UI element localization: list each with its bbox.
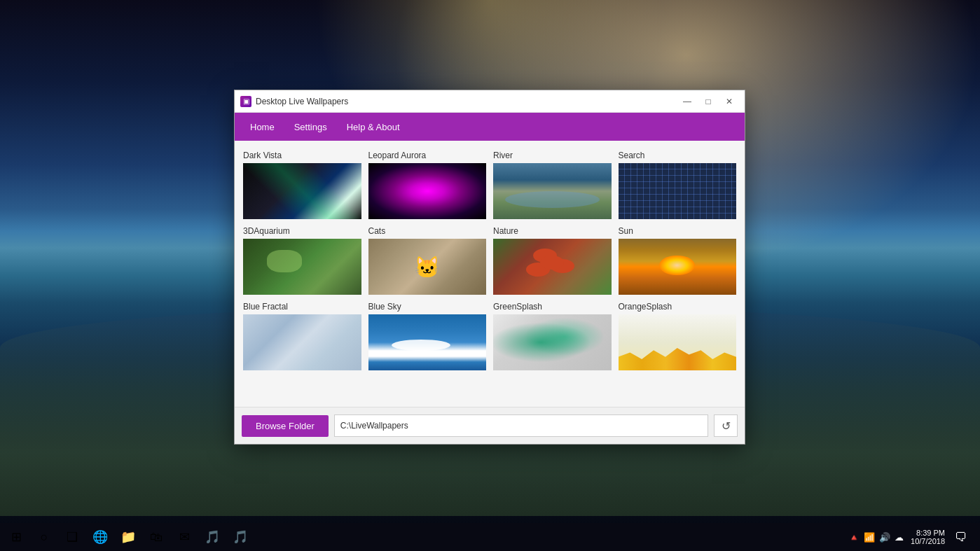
wallpaper-label-blue-sky: Blue Sky xyxy=(368,302,487,312)
wallpaper-grid: Dark VistaLeopard AuroraRiverSearch3DAqu… xyxy=(242,148,738,373)
systray: 🔺 📶 🔊 ☁ xyxy=(844,532,908,543)
wallpaper-item-blue-fractal[interactable]: Blue Fractal xyxy=(243,302,361,370)
menu-item-help[interactable]: Help & About xyxy=(337,116,410,138)
clock-date: 10/7/2018 xyxy=(911,537,945,545)
taskbar-clock[interactable]: 8:39 PM 10/7/2018 xyxy=(911,529,945,545)
wallpaper-item-dark-vista[interactable]: Dark Vista xyxy=(243,151,361,219)
wallpaper-label-blue-fractal: Blue Fractal xyxy=(243,302,361,312)
close-button[interactable]: ✕ xyxy=(719,95,739,109)
wallpaper-item-blue-sky[interactable]: Blue Sky xyxy=(368,302,487,370)
task-view-icon: ❑ xyxy=(67,529,78,545)
menu-item-home[interactable]: Home xyxy=(240,116,284,138)
notification-bell: 🗨 xyxy=(955,530,967,545)
wallpaper-item-greensplash[interactable]: GreenSplash xyxy=(493,302,612,370)
title-bar: ▣ Desktop Live Wallpapers — □ ✕ xyxy=(235,90,745,113)
search-icon: ○ xyxy=(41,530,48,545)
taskbar-left: ⊞ ○ ❑ 🌐 📁 🛍 ✉ 🎵 🎵 xyxy=(0,523,256,551)
clock-time: 8:39 PM xyxy=(916,529,945,537)
taskbar-store-icon[interactable]: 🛍 xyxy=(143,523,170,551)
wallpaper-label-search: Search xyxy=(619,151,737,160)
start-button[interactable]: ⊞ xyxy=(3,523,29,551)
wallpaper-thumb-leopard-aurora xyxy=(368,163,487,219)
notification-icon[interactable]: 🗨 xyxy=(948,523,974,551)
folder-path-input[interactable] xyxy=(334,414,708,437)
wallpaper-label-orangesplash: OrangeSplash xyxy=(619,302,737,312)
maximize-button[interactable]: □ xyxy=(698,95,718,109)
systray-cloud-icon: ☁ xyxy=(895,532,904,543)
taskbar: ⊞ ○ ❑ 🌐 📁 🛍 ✉ 🎵 🎵 🔺 📶 🔊 ☁ 8:39 PM 10/7/2… xyxy=(0,523,980,551)
refresh-button[interactable]: ↺ xyxy=(714,414,738,437)
wallpaper-thumb-greensplash xyxy=(493,314,612,370)
content-area: Dark VistaLeopard AuroraRiverSearch3DAqu… xyxy=(235,141,745,407)
wallpaper-label-dark-vista: Dark Vista xyxy=(243,151,361,160)
wallpaper-label-leopard-aurora: Leopard Aurora xyxy=(368,151,487,160)
wallpaper-label-river: River xyxy=(493,151,612,160)
wallpaper-label-greensplash: GreenSplash xyxy=(493,302,612,312)
taskbar-itunes-icon[interactable]: 🎵 xyxy=(227,523,254,551)
wallpaper-thumb-search xyxy=(619,163,737,219)
wallpaper-item-river[interactable]: River xyxy=(493,151,612,219)
taskbar-mail-icon[interactable]: ✉ xyxy=(171,523,198,551)
wallpaper-grid-container[interactable]: Dark VistaLeopard AuroraRiverSearch3DAqu… xyxy=(242,148,738,400)
wallpaper-item-cats[interactable]: Cats xyxy=(368,226,487,295)
minimize-button[interactable]: — xyxy=(677,95,697,109)
taskbar-explorer-icon[interactable]: 📁 xyxy=(115,523,142,551)
taskbar-groove-icon[interactable]: 🎵 xyxy=(199,523,226,551)
wallpaper-thumb-blue-sky xyxy=(368,314,487,370)
wallpaper-thumb-river xyxy=(493,163,612,219)
systray-network-icon: 📶 xyxy=(864,532,875,543)
systray-volume-icon: 🔊 xyxy=(879,532,890,543)
systray-arrow[interactable]: 🔺 xyxy=(848,532,860,543)
window-controls: — □ ✕ xyxy=(677,95,739,109)
wallpaper-thumb-nature xyxy=(493,239,612,295)
wallpaper-item-search[interactable]: Search xyxy=(619,151,737,219)
wallpaper-label-sun: Sun xyxy=(619,226,737,236)
wallpaper-item-orangesplash[interactable]: OrangeSplash xyxy=(619,302,737,370)
wallpaper-thumb-dark-vista xyxy=(243,163,361,219)
wallpaper-item-3daquarium[interactable]: 3DAquarium xyxy=(243,226,361,295)
wallpaper-thumb-blue-fractal xyxy=(243,314,361,370)
wallpaper-item-nature[interactable]: Nature xyxy=(493,226,612,295)
taskbar-chrome-icon[interactable]: 🌐 xyxy=(87,523,113,551)
wallpaper-label-cats: Cats xyxy=(368,226,487,236)
wallpaper-label-3daquarium: 3DAquarium xyxy=(243,226,361,236)
wallpaper-thumb-cats xyxy=(368,239,487,295)
wallpaper-thumb-sun xyxy=(619,239,737,295)
wallpaper-label-nature: Nature xyxy=(493,226,612,236)
bottom-bar: Browse Folder ↺ xyxy=(235,407,745,444)
windows-icon: ⊞ xyxy=(11,529,22,545)
browse-folder-button[interactable]: Browse Folder xyxy=(242,415,329,437)
window-title: Desktop Live Wallpapers xyxy=(256,97,677,106)
wallpaper-thumb-orangesplash xyxy=(619,314,737,370)
menu-item-settings[interactable]: Settings xyxy=(284,116,337,138)
menu-bar: Home Settings Help & About xyxy=(235,113,745,141)
refresh-icon: ↺ xyxy=(722,419,731,433)
search-button[interactable]: ○ xyxy=(31,523,57,551)
wallpaper-item-sun[interactable]: Sun xyxy=(619,226,737,295)
taskbar-right: 🔺 📶 🔊 ☁ 8:39 PM 10/7/2018 🗨 xyxy=(838,523,980,551)
app-window: ▣ Desktop Live Wallpapers — □ ✕ Home Set… xyxy=(234,90,745,445)
task-view-button[interactable]: ❑ xyxy=(59,523,85,551)
wallpaper-thumb-3daquarium xyxy=(243,239,361,295)
app-icon: ▣ xyxy=(240,96,251,107)
wallpaper-item-leopard-aurora[interactable]: Leopard Aurora xyxy=(368,151,487,219)
